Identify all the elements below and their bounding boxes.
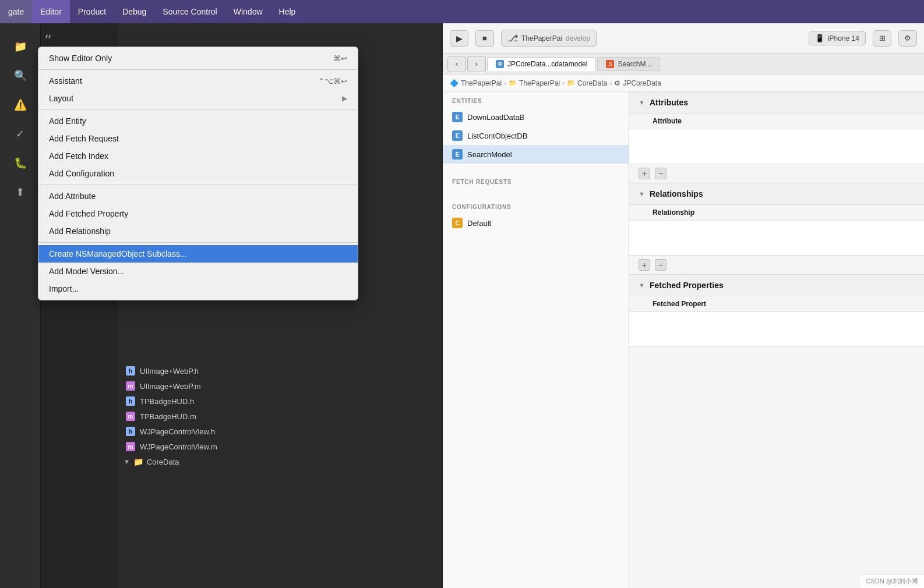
menu-show-editor-only[interactable]: Show Editor Only ⌘↩ <box>38 49 358 67</box>
titlebar-editor[interactable]: Editor <box>32 0 70 23</box>
breadcrumb: 🔷 ThePaperPai › 📁 ThePaperPai › 📁 CoreDa… <box>443 75 924 92</box>
menu-add-fetch-index[interactable]: Add Fetch Index <box>38 147 358 165</box>
breadcrumb-coredata[interactable]: CoreData <box>577 79 607 87</box>
menu-add-model-version[interactable]: Add Model Version... <box>38 263 358 280</box>
titlebar: gate Editor Product Debug Source Control… <box>0 0 924 23</box>
sidebar-search-icon[interactable]: 🔍 <box>9 64 32 87</box>
attributes-chevron-icon: ▼ <box>639 99 645 106</box>
file-item-wjpagecontrolview-h[interactable]: h WJPageControlView.h <box>117 424 442 439</box>
titlebar-gate[interactable]: gate <box>0 0 32 23</box>
remove-relationship-button[interactable]: − <box>655 259 666 271</box>
run-button[interactable]: ▶ <box>450 30 468 47</box>
sidebar-source-icon[interactable]: ⬆ <box>9 180 32 204</box>
file-item-coredata-folder[interactable]: ▼ 📁 CoreData <box>117 454 442 469</box>
menu-add-relationship[interactable]: Add Relationship <box>38 222 358 240</box>
menu-add-fetch-request[interactable]: Add Fetch Request <box>38 130 358 147</box>
entities-panel: ENTITIES E DownLoadDataB E ListContObjec… <box>443 92 629 588</box>
file-badge-m-3: m <box>126 442 135 451</box>
fetched-property-col-header: Fetched Propert <box>629 296 924 312</box>
watermark: CSDN @刘刘小博 <box>860 574 924 588</box>
titlebar-source-control[interactable]: Source Control <box>154 0 225 23</box>
toolbar-grid-btn[interactable]: ⊞ <box>873 30 891 47</box>
menu-import[interactable]: Import... <box>38 280 358 297</box>
titlebar-menu: gate Editor Product Debug Source Control… <box>0 0 304 23</box>
entity-default-config[interactable]: C Default <box>443 214 629 232</box>
menu-divider-4 <box>38 242 358 243</box>
fetched-properties-section-header[interactable]: ▼ Fetched Properties <box>629 275 924 296</box>
file-badge-m: m <box>126 381 135 391</box>
tab-bar: ‹ › ⚙ JPCoreData...cdatamodel S SearchM.… <box>443 54 924 75</box>
swift-icon: S <box>606 60 614 68</box>
app-icon-small: 🔷 <box>450 79 459 87</box>
sidebar-debug-icon[interactable]: 🐛 <box>9 151 32 175</box>
menu-layout[interactable]: Layout ▶ <box>38 90 358 107</box>
entities-section-header: ENTITIES <box>443 92 629 108</box>
attributes-actions: + − <box>629 164 924 183</box>
menu-assistant[interactable]: Assistant ⌃⌥⌘↩ <box>38 72 358 90</box>
coredata-icon-small: ⚙ <box>614 79 620 87</box>
menu-create-nsmanagedobject[interactable]: Create NSManagedObject Subclass... <box>38 245 358 263</box>
folder-icon-small: 📁 <box>509 79 517 87</box>
tab-search[interactable]: S SearchM... <box>597 57 660 71</box>
file-item-wjpagecontrolview-m[interactable]: m WJPageControlView.m <box>117 439 442 454</box>
attribute-col-header: Attribute <box>629 114 924 129</box>
back-button[interactable]: ‹ <box>447 56 466 72</box>
entity-searchmodel[interactable]: E SearchModel <box>443 145 629 164</box>
add-attribute-button[interactable]: + <box>639 168 650 179</box>
breadcrumb-paperpai-2[interactable]: ThePaperPai <box>519 79 560 87</box>
titlebar-help[interactable]: Help <box>271 0 304 23</box>
configurations-header: CONFIGURATIONS <box>443 198 629 214</box>
breadcrumb-paperpai-1[interactable]: ThePaperPai <box>461 79 502 87</box>
device-info[interactable]: 📱 iPhone 14 <box>809 31 866 45</box>
file-item-uiimage-webp-m[interactable]: m UIImage+WebP.m <box>117 378 442 394</box>
editor-dropdown-menu: Show Editor Only ⌘↩ Assistant ⌃⌥⌘↩ Layou… <box>38 47 358 300</box>
tab-jpcore[interactable]: ⚙ JPCoreData...cdatamodel <box>487 57 596 71</box>
coredata-icon: ⚙ <box>496 60 504 68</box>
menu-add-configuration[interactable]: Add Configuration <box>38 165 358 182</box>
sidebar-test-icon[interactable]: ✓ <box>9 122 32 146</box>
file-item-uiimage-webp-h[interactable]: h UIImage+WebP.h <box>117 363 442 378</box>
attributes-panel: ▼ Attributes Attribute + − ▼ Relationshi… <box>629 92 924 588</box>
attributes-section-header[interactable]: ▼ Attributes <box>629 92 924 114</box>
branch-info[interactable]: ⎇ ThePaperPai develop <box>501 30 597 47</box>
branch-icon: ⎇ <box>507 33 518 44</box>
toolbar-inspect-btn[interactable]: ⚙ <box>898 30 917 47</box>
project-name: ThePaperPai <box>521 34 562 42</box>
file-badge-h: h <box>126 366 135 376</box>
file-badge-h-2: h <box>126 396 135 406</box>
menu-add-fetched-property[interactable]: Add Fetched Property <box>38 205 358 222</box>
entity-badge-e-2: E <box>452 130 463 141</box>
file-item-tpbadgehud-m[interactable]: m TPBadgeHUD.m <box>117 409 442 424</box>
titlebar-product[interactable]: Product <box>70 0 114 23</box>
titlebar-window[interactable]: Window <box>225 0 271 23</box>
remove-attribute-button[interactable]: − <box>655 168 666 179</box>
entity-badge-c: C <box>452 218 463 228</box>
entity-badge-e: E <box>452 112 463 122</box>
xcode-content: ▶ ■ ⎇ ThePaperPai develop 📱 iPhone 14 ⊞ … <box>443 23 924 588</box>
stop-button[interactable]: ■ <box>475 30 494 47</box>
titlebar-debug[interactable]: Debug <box>114 0 154 23</box>
coredata-editor: ENTITIES E DownLoadDataB E ListContObjec… <box>443 92 924 588</box>
forward-button[interactable]: › <box>467 56 486 72</box>
fetch-requests-header: FETCH REQUESTS <box>443 173 629 189</box>
relationships-section-header[interactable]: ▼ Relationships <box>629 183 924 205</box>
add-relationship-button[interactable]: + <box>639 259 650 271</box>
menu-add-entity[interactable]: Add Entity <box>38 112 358 130</box>
relationships-content <box>629 221 924 256</box>
left-sidebar: 📁 🔍 ⚠️ ✓ 🐛 ⬆ <box>0 23 41 588</box>
breadcrumb-jpcore[interactable]: JPCoreData <box>623 79 661 87</box>
sidebar-folder-icon[interactable]: 📁 <box>9 35 32 58</box>
relationships-section: ▼ Relationships Relationship + − <box>629 183 924 275</box>
menu-add-attribute[interactable]: Add Attribute <box>38 187 358 205</box>
entity-downloaddata[interactable]: E DownLoadDataB <box>443 108 629 126</box>
main-area: 📁 🔍 ⚠️ ✓ 🐛 ⬆ " 引用 @"更新 error); Show Edit… <box>0 23 924 588</box>
file-item-tpbadgehud-h[interactable]: h TPBadgeHUD.h <box>117 394 442 409</box>
file-badge-m-2: m <box>126 412 135 421</box>
entity-listcont[interactable]: E ListContObjectDB <box>443 126 629 145</box>
fetched-properties-chevron-icon: ▼ <box>639 282 645 289</box>
fetched-properties-content <box>629 312 924 347</box>
entity-badge-e-3: E <box>452 149 463 160</box>
sidebar-warning-icon[interactable]: ⚠️ <box>9 93 32 116</box>
file-list: h UIImage+WebP.h m UIImage+WebP.m h TPBa… <box>117 361 442 472</box>
menu-divider-1 <box>38 69 358 70</box>
